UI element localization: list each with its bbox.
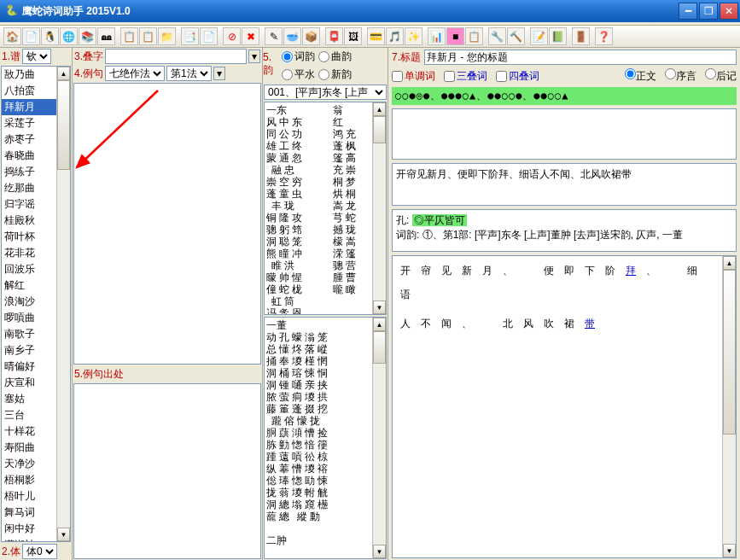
dropdown-icon[interactable]: ▾ [248,50,260,63]
list-item[interactable]: 赤枣子 [2,131,56,148]
list-item[interactable]: 归字谣 [2,196,56,213]
stamp-icon[interactable]: 📮 [325,27,343,45]
check-sandie[interactable]: 三叠词 [444,69,487,84]
dropdown2-icon[interactable]: ▾ [213,67,225,80]
rhyme-text-1[interactable]: 一东 风 中 东 同 公 功 雄 工 终 蒙 通 忽 融 忠 崇 空 穷 蓬 童… [265,102,331,314]
pic-icon[interactable]: 🖼 [344,27,362,45]
poem-line[interactable]: 开帘见新月、便即下阶拜、细语人不闻、北风吹裙带 [392,163,737,206]
select-rhyme-set[interactable]: 001、[平声]东冬 [上声 [264,85,387,100]
list-item[interactable]: 敔乃曲 [2,67,56,83]
list-item[interactable]: 舞马词 [2,505,56,521]
list-item[interactable]: 三台 [2,407,56,423]
maximize-button[interactable]: ❐ [699,3,718,20]
title-input[interactable] [424,50,737,65]
list-item[interactable]: 荷叶杯 [2,229,56,245]
box-icon[interactable]: 📦 [302,27,320,45]
char-grid[interactable]: 开帘见新月、便即下阶拜、细语 人不闻、北风吹裙带 [393,256,722,557]
hammer-icon[interactable]: 🔨 [507,27,525,45]
list-item[interactable]: 塞姑 [2,391,56,407]
select-pu[interactable]: 钦 [22,49,51,64]
rhyme-text-2[interactable]: 一董 动 孔 蠓 滃 笼 总 懂 炵 落 嵷 捅 奉 堫 槿 惘 洞 桶 瑢 悚… [265,318,372,558]
list-item[interactable]: 捣练子 [2,164,56,180]
scrollbar-chars[interactable]: ▲ ▼ [722,256,736,557]
bowl-icon[interactable]: 🥣 [283,27,301,45]
home-icon[interactable]: 🏠 [3,27,21,45]
scrollbar-rhyme2[interactable]: ▲ ▼ [372,318,386,558]
list-item[interactable]: 闲中好 [2,521,56,537]
scroll-down-icon[interactable]: ▼ [373,545,386,558]
page-icon[interactable]: 📄 [200,27,218,45]
pattern-space[interactable] [392,108,737,160]
chart-icon[interactable]: 📊 [428,27,446,45]
folder-icon[interactable]: 📁 [158,27,176,45]
scroll-down-icon[interactable]: ▼ [373,300,386,314]
list-item[interactable]: 解红 [2,277,56,294]
close-button[interactable]: ✕ [720,3,738,20]
scroll-up-icon[interactable]: ▲ [373,102,386,116]
radio-ciyun[interactable]: 词韵 [282,50,315,64]
new-icon[interactable]: 📄 [22,27,40,45]
doc1-icon[interactable]: 📋 [120,27,138,45]
list-item[interactable]: 潇湘神 [2,537,56,541]
card-icon[interactable]: 💳 [367,27,385,45]
tools-icon[interactable]: 🔧 [488,27,506,45]
list-item[interactable]: 纥那曲 [2,180,56,196]
char-cell[interactable]: 带 [582,314,597,333]
pink-icon[interactable]: ■ [446,27,464,45]
list-item[interactable]: 春晓曲 [2,148,56,164]
scroll-up-icon[interactable]: ▲ [373,318,386,331]
list-item[interactable]: 庆宣和 [2,375,56,391]
select-method2[interactable]: 第1法 [166,66,212,81]
list-item[interactable]: 十样花 [2,423,56,440]
copy-icon[interactable]: 📑 [181,27,199,45]
check-dandiao[interactable]: 单调词 [392,69,435,84]
radio-houji[interactable]: 后记 [705,68,737,84]
penguin-icon[interactable]: 🐧 [41,27,59,45]
input-diezi[interactable] [105,49,247,64]
reject-icon[interactable]: ⊘ [223,27,241,45]
select-method1[interactable]: 七绝作法 [105,66,165,81]
help-icon[interactable]: ❓ [595,27,613,45]
rhyme-text-1b[interactable]: 翁 红 鸿 充 蓬 枫 篷 高 充 崇 桐 梦 烘 桐 嵩 龙 芎 蛇 撼 珑 … [331,102,372,314]
pen-icon[interactable]: ✎ [265,27,283,45]
list-item[interactable]: 天净沙 [2,456,56,472]
scrollbar-pu[interactable]: ▲ ▼ [56,67,70,541]
list-item[interactable]: 梧桐影 [2,472,56,488]
list-item[interactable]: 拜新月 [2,99,56,115]
radio-pingshui[interactable]: 平水 [282,67,315,82]
minimize-button[interactable]: ━ [679,3,697,20]
list-item[interactable]: 梧叶儿 [2,488,56,505]
door-icon[interactable]: 🚪 [572,27,590,45]
list-item[interactable]: 八拍蛮 [2,83,56,99]
music-icon[interactable]: 🎵 [386,27,404,45]
radio-xuyan[interactable]: 序言 [665,68,696,84]
select-ti[interactable]: 体0 [22,544,57,559]
delete-icon[interactable]: ✖ [242,27,259,45]
scroll-up-icon[interactable]: ▲ [57,67,70,80]
house-icon[interactable]: 🏘 [97,27,115,45]
source-body[interactable] [74,384,260,558]
scroll-down-icon[interactable]: ▼ [723,544,736,557]
list-item[interactable]: 寿阳曲 [2,440,56,456]
scroll-up-icon[interactable]: ▲ [723,256,736,270]
book-icon[interactable]: 📗 [549,27,567,45]
scroll-down-icon[interactable]: ▼ [57,528,70,541]
list-item[interactable]: 花非花 [2,245,56,261]
note-icon[interactable]: 📝 [530,27,548,45]
list-item[interactable]: 晴偏好 [2,359,56,375]
books-icon[interactable]: 📚 [79,27,96,45]
wand-icon[interactable]: ✨ [405,27,422,45]
char-cell[interactable]: 拜 [623,261,638,280]
list-item[interactable]: 浪淘沙 [2,294,56,310]
listbox-pu[interactable]: 敔乃曲八拍蛮拜新月采莲子赤枣子春晓曲捣练子纥那曲归字谣桂殿秋荷叶杯花非花回波乐解… [2,67,56,541]
list-item[interactable]: 南歌子 [2,326,56,342]
radio-quyun[interactable]: 曲韵 [318,50,352,64]
radio-zhengwen[interactable]: 正文 [625,68,656,84]
list-item[interactable]: 啰嗊曲 [2,310,56,326]
list-item[interactable]: 采莲子 [2,115,56,131]
list-icon[interactable]: 📋 [465,27,483,45]
example-body[interactable] [74,84,260,364]
radio-xinyun[interactable]: 新韵 [318,67,352,82]
globe-icon[interactable]: 🌐 [60,27,78,45]
list-item[interactable]: 南乡子 [2,342,56,359]
